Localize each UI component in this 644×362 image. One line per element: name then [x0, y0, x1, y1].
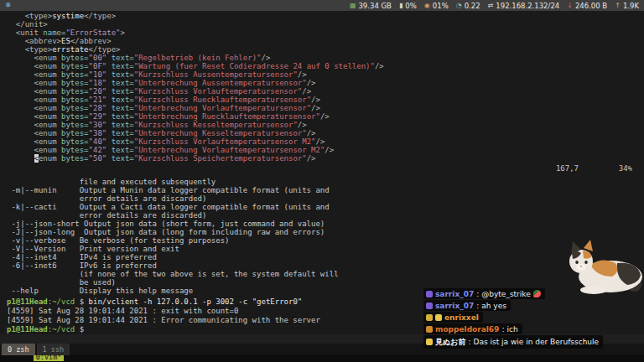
load-value: 0.22	[465, 2, 480, 10]
vim-token: text=	[112, 146, 134, 154]
chat-username: sarrix_07	[435, 302, 474, 310]
vim-cursor-position: 167,7	[556, 164, 579, 173]
vim-token: </type>	[89, 45, 121, 54]
vim-token: />	[325, 146, 334, 154]
vim-token: <type>	[7, 12, 52, 20]
vim-token: bytes=	[61, 112, 89, 121]
vim-token: bytes=	[61, 154, 89, 163]
prompt-symbol: $	[75, 325, 88, 334]
vim-line: <enum bytes="30" text="Kurzschluss Kesse…	[7, 121, 644, 129]
terminal-tab-ssh[interactable]: 1 ssh	[37, 344, 70, 355]
vim-token: text=	[112, 121, 134, 129]
vim-token: "Kurzschluss Aussentemperatursensor"	[134, 70, 298, 79]
topbar-status-items: ▦39.34 GB▮0%◉01%◔0.22⇄192.168.2.132/24↓2…	[342, 0, 639, 11]
vim-line: <enum bytes="21" text="Kurzschluss Rueck…	[7, 96, 644, 104]
vim-token: bytes=	[61, 79, 89, 87]
cpu-status: ◉01%	[424, 0, 449, 11]
vim-token: "10"	[89, 70, 107, 79]
vim-token: "29"	[89, 112, 107, 121]
vim-token: bytes=	[61, 87, 89, 96]
vim-token: systime	[52, 12, 84, 20]
top-status-bar: ❄ ▦39.34 GB▮0%◉01%◔0.22⇄192.168.2.132/24…	[0, 0, 644, 11]
vim-token: "Kurzschluss Kesseltemperatursensor"	[134, 121, 298, 129]
vim-token: enum	[39, 54, 61, 62]
chat-text: ah yes	[481, 302, 506, 310]
vim-token: "20"	[89, 87, 107, 96]
vim-token: "Kurzschluss Vorlauftemperatursensor"	[134, 87, 302, 96]
vim-token	[7, 87, 34, 96]
chat-message: sarrix_07:@byte_strike	[423, 288, 545, 299]
vim-buffer[interactable]: <type>systime</type> </unit> <unit name=…	[7, 12, 644, 163]
vim-token	[7, 96, 34, 104]
chat-colon: :	[468, 338, 470, 346]
vim-token: "28"	[89, 104, 107, 112]
chat-overlay: sarrix_07:@byte_strikesarrix_07:ah yesen…	[423, 288, 603, 349]
nixos-logo-icon[interactable]: ❄	[5, 0, 12, 11]
vim-token: </type>	[84, 12, 116, 20]
vim-token: text=	[112, 54, 134, 62]
vim-token: </unit>	[7, 20, 48, 28]
vim-token: name=	[43, 28, 65, 37]
vim-token: "ErrorState"	[65, 28, 120, 37]
vim-line: </unit>	[7, 20, 644, 28]
up-icon: ↑	[615, 0, 621, 11]
vim-token: />	[307, 79, 316, 87]
vim-token: />	[311, 96, 320, 104]
vim-token	[7, 70, 34, 79]
vim-token: "Unterbrechung Aussentemperatursensor"	[134, 79, 307, 87]
chat-colon: :	[476, 302, 479, 310]
chat-text: @byte_strike	[481, 290, 530, 298]
vim-token: text=	[112, 137, 134, 146]
vim-token: text=	[112, 96, 134, 104]
vim-line: <enum bytes="40" text="Kurzschluss Vorla…	[7, 137, 644, 146]
vim-line: <enum bytes="0F" text="Wartung (fuer Res…	[7, 62, 644, 70]
vim-line: <unit name="ErrorState">	[7, 28, 644, 37]
load-status: ◔0.22	[456, 0, 480, 11]
terminal-tab-zsh[interactable]: 0 zsh	[2, 344, 35, 355]
vim-token: enum	[39, 137, 61, 146]
vim-token	[7, 104, 34, 112]
vim-line: <enum bytes="00" text="Regelbetrieb (kei…	[7, 54, 644, 62]
prompt-user: p1@11Head	[7, 297, 48, 306]
prompt-user: p1@11Head	[7, 325, 48, 334]
vim-token: <type>	[7, 45, 52, 54]
vim-token: <unit	[7, 28, 43, 37]
vim-line: <abbrev>ES</abbrev>	[7, 37, 644, 45]
vim-line: <enum bytes="50" text="Kurzschluss Speic…	[7, 154, 644, 163]
shell-command: bin/vclient -h 127.0.0.1 -p 3002 -c "get…	[89, 297, 303, 306]
vim-line: <enum bytes="29" text="Unterbrechung Rue…	[7, 112, 644, 121]
vim-token: bytes=	[61, 54, 89, 62]
chat-message: sarrix_07:ah yes	[423, 300, 511, 311]
vim-token: />	[375, 62, 384, 70]
vim-token: bytes=	[61, 70, 89, 79]
vim-token: bytes=	[61, 129, 89, 137]
chat-badge-icon	[426, 314, 433, 321]
vim-token: text=	[112, 129, 134, 137]
vim-token: text=	[112, 70, 134, 79]
vim-token: text=	[112, 154, 134, 163]
chat-badge-icon	[426, 303, 433, 309]
vim-token: enum	[39, 104, 61, 112]
memory-status: ▦39.34 GB	[350, 0, 392, 11]
vim-line: <enum bytes="10" text="Kurzschluss Ausse…	[7, 70, 644, 79]
vim-token: enum	[39, 146, 61, 154]
vim-token: />	[302, 87, 311, 96]
chat-message: 見ぬお前:Das ist ja wie in der Berufsschule	[423, 335, 603, 349]
chat-badge-icon	[435, 314, 442, 321]
vim-token: text=	[112, 79, 134, 87]
vim-token: "Wartung (fuer Reset Codieradresse 24 au…	[134, 62, 375, 70]
vim-token: bytes=	[61, 121, 89, 129]
vim-token: "Kurzschluss Speichertemperatursensor"	[134, 154, 307, 163]
vim-scroll-percent: 34%	[619, 164, 632, 173]
memory-value: 39.34 GB	[358, 2, 391, 10]
chat-badge-icon	[426, 326, 433, 333]
vim-token: enum	[39, 70, 61, 79]
vim-token	[7, 146, 34, 154]
chat-text: ich	[506, 325, 517, 334]
vim-token: "Unterbrechung Vorlauftemperatursensor M…	[134, 146, 325, 154]
vim-token: bytes=	[61, 104, 89, 112]
help-text: file and executed subsequently -m|--muni…	[7, 178, 339, 295]
vim-token: enum	[39, 121, 61, 129]
vim-line: <enum bytes="28" text="Unterbrechung Vor…	[7, 104, 644, 112]
chat-username: moppeldoral69	[435, 325, 499, 334]
